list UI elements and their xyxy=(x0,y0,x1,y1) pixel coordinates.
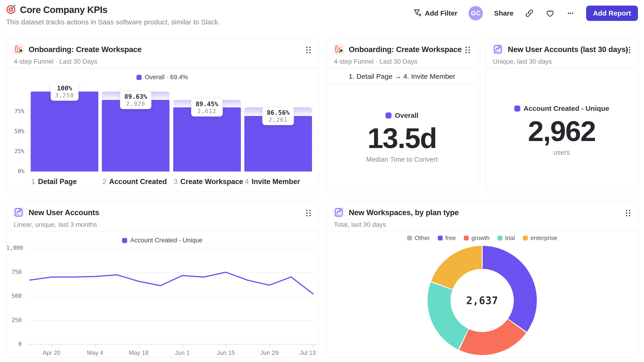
legend-swatch xyxy=(498,236,502,241)
card-title: New Workspaces, by plan type xyxy=(349,208,459,217)
new-accounts-metric-card: New User Accounts (last 30 days) Unique,… xyxy=(485,38,638,192)
workspaces-by-plan-card: New Workspaces, by plan type Total, last… xyxy=(326,201,638,357)
page-title: Core Company KPIs xyxy=(20,5,108,15)
funnel-chart-icon xyxy=(334,44,344,55)
y-axis-label: 25% xyxy=(8,148,24,154)
copy-link-icon[interactable] xyxy=(525,8,534,18)
legend-swatch xyxy=(514,105,520,111)
accounts-trend-card: New User Accounts Linear, unique, last 3… xyxy=(6,201,318,357)
funnel-bar[interactable] xyxy=(102,100,170,171)
metric-caption: Median Time to Convert xyxy=(366,156,438,163)
share-button[interactable]: Share xyxy=(494,9,513,17)
favorite-heart-icon[interactable] xyxy=(545,8,555,18)
metric-caption: users xyxy=(554,149,570,156)
insights-chart-icon xyxy=(334,207,344,218)
card-title: New User Accounts (last 30 days) xyxy=(508,45,628,54)
target-icon xyxy=(6,4,16,15)
avatar[interactable]: GC xyxy=(468,6,483,20)
funnel-range: 1. Detail Page → 4. Invite Member xyxy=(326,68,478,85)
funnel-bar[interactable] xyxy=(173,107,241,171)
legend-swatch xyxy=(386,112,392,118)
funnel-step-label: 1Detail Page xyxy=(31,178,77,186)
filter-plus-icon xyxy=(413,8,422,19)
funnel-legend: Overall · 69.4% xyxy=(6,74,318,81)
legend-swatch xyxy=(136,75,142,80)
y-axis-label: 0% xyxy=(8,168,24,174)
legend-item[interactable]: Other xyxy=(407,234,430,242)
card-subtitle: 4-step Funnel · Last 30 Days xyxy=(14,58,98,65)
legend-item[interactable]: growth xyxy=(464,234,490,242)
card-title: Onboarding: Create Workspace xyxy=(349,45,462,54)
funnel-value-tooltip: 86.56%2,261 xyxy=(262,107,294,125)
donut-ring[interactable]: 2,637 xyxy=(428,246,537,355)
funnel-step-label: 4Invite Member xyxy=(245,178,300,186)
page-header: Core Company KPIs This dataset tracks ac… xyxy=(6,4,638,34)
funnel-chart-icon xyxy=(13,44,24,55)
metric-legend: Overall xyxy=(386,111,418,119)
funnel-value-tooltip: 89.45%2,612 xyxy=(191,98,223,117)
card-subtitle: Unique, last 30 days xyxy=(493,58,552,65)
legend-item[interactable]: trial xyxy=(498,234,515,242)
legend-item[interactable]: free xyxy=(438,234,456,242)
legend-swatch xyxy=(523,236,528,241)
insights-chart-icon xyxy=(492,44,503,55)
card-subtitle: Total, last 30 days xyxy=(334,221,386,228)
donut-legend: Other free growth trial enterprise xyxy=(326,234,638,242)
funnel-value-tooltip: 89.63%2,920 xyxy=(120,91,152,109)
y-axis-label: 75% xyxy=(8,108,24,115)
drag-handle-icon[interactable] xyxy=(626,210,632,218)
y-axis-label: 50% xyxy=(8,128,24,134)
legend-swatch xyxy=(438,236,443,241)
funnel-bar[interactable] xyxy=(31,91,98,171)
donut-total: 2,637 xyxy=(466,295,498,307)
more-menu-icon[interactable] xyxy=(566,9,575,18)
funnel-chart-card: Onboarding: Create Workspace 4-step Funn… xyxy=(6,38,318,192)
card-title: Onboarding: Create Workspace xyxy=(28,45,142,54)
legend-swatch xyxy=(464,236,469,241)
drag-handle-icon[interactable] xyxy=(466,47,471,55)
metric-legend: Account Created - Unique xyxy=(514,105,609,112)
drag-handle-icon[interactable] xyxy=(626,47,632,55)
trend-line xyxy=(6,201,319,356)
header-actions: Add Filter GC Share Add Report xyxy=(413,5,638,21)
legend-swatch xyxy=(407,236,412,241)
funnel-step-label: 3Create Workspace xyxy=(174,178,243,186)
card-subtitle: 4-step Funnel · Last 30 Days xyxy=(334,58,418,65)
metric-value: 13.5d xyxy=(368,123,436,154)
funnel-value-tooltip: 100%3,258 xyxy=(50,82,78,101)
metric-value: 2,962 xyxy=(528,116,596,147)
funnel-step-label: 2Account Created xyxy=(102,178,167,186)
add-report-button[interactable]: Add Report xyxy=(586,5,638,21)
legend-item[interactable]: enterprise xyxy=(523,234,558,242)
time-to-convert-card: Onboarding: Create Workspace 4-step Funn… xyxy=(326,38,478,192)
drag-handle-icon[interactable] xyxy=(306,47,312,55)
add-filter-button[interactable]: Add Filter xyxy=(413,8,457,19)
